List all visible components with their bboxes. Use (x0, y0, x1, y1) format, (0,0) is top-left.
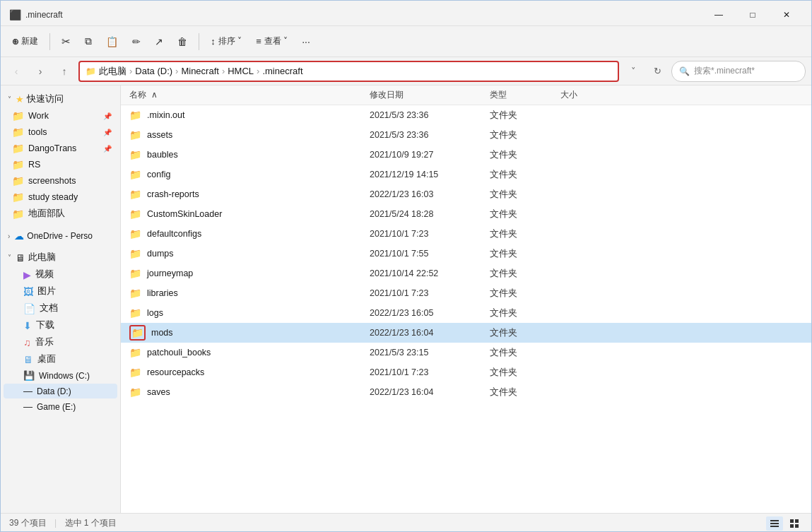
sidebar-item-pictures[interactable]: 🖼 图片 (4, 283, 117, 300)
table-row[interactable]: 📁libraries2021/10/1 7:23文件夹 (121, 283, 811, 303)
delete-button[interactable]: 🗑 (172, 32, 193, 51)
back-button[interactable]: ‹ (6, 61, 26, 81)
minimize-button[interactable]: — (702, 4, 735, 25)
picture-icon: 🖼 (23, 286, 33, 297)
sidebar-item-video[interactable]: ▶ 视频 (4, 266, 117, 283)
address-dropdown-button[interactable]: ˅ (623, 61, 643, 81)
breadcrumb-hmcl[interactable]: HMCL (228, 66, 254, 76)
svg-rect-5 (790, 524, 794, 528)
table-row[interactable]: 📁defaultconfigs2021/10/1 7:23文件夹 (121, 224, 811, 244)
svg-rect-0 (770, 520, 779, 521)
sidebar-item-download[interactable]: ⬇ 下载 (4, 317, 117, 333)
window-title: ⬛ .minecraft (9, 9, 63, 20)
pc-icon: 🖥 (16, 252, 25, 264)
toolbar-separator-1 (49, 33, 50, 50)
table-row[interactable]: 📁crash-reports2022/1/23 16:03文件夹 (121, 184, 811, 204)
grid-view-button[interactable] (786, 516, 803, 531)
view-button[interactable]: ≡ 查看 ˅ (250, 32, 293, 51)
sidebar-item-drive-d[interactable]: — Data (D:) (4, 384, 117, 398)
up-button[interactable]: ↑ (54, 61, 74, 81)
download-icon: ⬇ (23, 320, 32, 331)
onedrive-header[interactable]: › ☁ OneDrive - Perso (1, 228, 120, 244)
breadcrumb-dot-minecraft[interactable]: .minecraft (262, 66, 302, 76)
folder-icon-dangotrans: 📁 (12, 143, 24, 154)
paste-button[interactable]: 📋 (100, 32, 124, 51)
folder-icon-work: 📁 (12, 110, 24, 122)
refresh-button[interactable]: ↻ (647, 61, 667, 81)
svg-rect-3 (790, 519, 794, 523)
sidebar-item-tools[interactable]: 📁 tools 📌 (4, 124, 117, 140)
column-type[interactable]: 类型 (490, 89, 560, 101)
folder-icon-CustomSkinLoader: 📁 (129, 208, 141, 220)
music-icon: ♫ (23, 337, 31, 348)
drive-e-icon: — (23, 401, 33, 412)
this-pc-section: ˅ 🖥 此电脑 ▶ 视频 🖼 图片 📄 文档 ⬇ 下载 ♫ 音 (1, 247, 120, 418)
table-row[interactable]: 📁journeymap2021/10/14 22:52文件夹 (121, 264, 811, 283)
search-box[interactable]: 🔍 搜索*.minecraft* (671, 61, 806, 82)
breadcrumb-pc[interactable]: 此电脑 (99, 65, 126, 78)
sidebar-item-drive-c[interactable]: 💾 Windows (C:) (4, 368, 117, 383)
sidebar-item-rs[interactable]: 📁 RS (4, 157, 117, 172)
sidebar-item-work[interactable]: 📁 Work 📌 (4, 108, 117, 124)
star-icon: ★ (16, 94, 24, 105)
sidebar-item-dangotrans[interactable]: 📁 DangoTrans 📌 (4, 141, 117, 156)
sidebar-item-music[interactable]: ♫ 音乐 (4, 334, 117, 350)
rename-icon: ✏ (132, 36, 141, 47)
desktop-icon: 🖥 (23, 354, 33, 365)
column-date[interactable]: 修改日期 (370, 89, 490, 101)
table-row[interactable]: 📁patchouli_books2021/5/3 23:15文件夹 (121, 343, 811, 362)
table-row[interactable]: 📁config2021/12/19 14:15文件夹 (121, 165, 811, 184)
share-button[interactable]: ↗ (149, 32, 169, 51)
breadcrumb-data[interactable]: Data (D:) (135, 66, 172, 76)
search-placeholder: 搜索*.minecraft* (694, 65, 755, 77)
sidebar-item-drive-e[interactable]: — Game (E:) (4, 399, 117, 414)
pin-icon-tools: 📌 (103, 129, 112, 136)
sidebar-item-ground[interactable]: 📁 地面部队 (4, 206, 117, 222)
sidebar-item-desktop[interactable]: 🖥 桌面 (4, 351, 117, 367)
copy-button[interactable]: ⧉ (79, 32, 98, 51)
sort-button[interactable]: ↕ 排序 ˅ (205, 32, 247, 51)
this-pc-chevron: ˅ (6, 252, 13, 263)
doc-icon: 📄 (23, 303, 35, 314)
onedrive-label: OneDrive - Perso (27, 231, 93, 241)
more-button[interactable]: ··· (296, 32, 316, 51)
this-pc-header[interactable]: ˅ 🖥 此电脑 (1, 249, 120, 266)
table-row[interactable]: 📁saves2022/1/23 16:04文件夹 (121, 382, 811, 402)
table-row[interactable]: 📁CustomSkinLoader2021/5/24 18:28文件夹 (121, 204, 811, 224)
table-row[interactable]: 📁.mixin.out2021/5/3 23:36文件夹 (121, 105, 811, 125)
table-row[interactable]: 📁resourcepacks2021/10/1 7:23文件夹 (121, 362, 811, 382)
folder-icon-.mixin.out: 📁 (129, 110, 141, 121)
drive-c-icon: 💾 (23, 370, 35, 381)
rename-button[interactable]: ✏ (126, 32, 146, 51)
cut-icon: ✂ (61, 35, 71, 48)
new-button[interactable]: ⊕ ⊕ 新建 (6, 32, 44, 51)
folder-icon-journeymap: 📁 (129, 268, 141, 279)
table-row[interactable]: 📁mods2022/1/23 16:04文件夹 (121, 323, 811, 343)
maximize-button[interactable]: □ (736, 4, 769, 25)
window-controls: — □ ✕ (702, 4, 803, 25)
breadcrumb-minecraft-dir[interactable]: Minecraft (181, 66, 218, 76)
sidebar-item-docs[interactable]: 📄 文档 (4, 300, 117, 317)
list-view-button[interactable] (766, 516, 783, 531)
folder-icon-baubles: 📁 (129, 149, 141, 160)
toolbar-separator-2 (199, 33, 199, 50)
close-button[interactable]: ✕ (770, 4, 803, 25)
address-bar[interactable]: 📁 此电脑 › Data (D:) › Minecraft › HMCL › .… (78, 61, 619, 82)
pin-icon-dangotrans: 📌 (103, 145, 112, 153)
sidebar-item-study[interactable]: 📁 study steady (4, 189, 117, 205)
svg-rect-4 (795, 519, 799, 523)
main-layout: ˅ ★ 快速访问 📁 Work 📌 📁 tools 📌 📁 DangoTrans… (1, 85, 811, 513)
cut-button[interactable]: ✂ (56, 32, 76, 52)
status-info: 39 个项目 | 选中 1 个项目 (9, 517, 117, 529)
column-name[interactable]: 名称 ∧ (129, 89, 370, 101)
table-row[interactable]: 📁baubles2021/10/9 19:27文件夹 (121, 145, 811, 165)
sidebar-item-screenshots[interactable]: 📁 screenshots (4, 173, 117, 189)
quick-access-header[interactable]: ˅ ★ 快速访问 (1, 91, 120, 107)
folder-icon-defaultconfigs: 📁 (129, 228, 141, 240)
table-row[interactable]: 📁dumps2021/10/1 7:55文件夹 (121, 244, 811, 264)
column-size[interactable]: 大小 (560, 89, 617, 101)
forward-button[interactable]: › (30, 61, 50, 81)
table-row[interactable]: 📁assets2021/5/3 23:36文件夹 (121, 125, 811, 145)
table-row[interactable]: 📁logs2022/1/23 16:05文件夹 (121, 303, 811, 323)
quick-access-section: ˅ ★ 快速访问 📁 Work 📌 📁 tools 📌 📁 DangoTrans… (1, 88, 120, 225)
